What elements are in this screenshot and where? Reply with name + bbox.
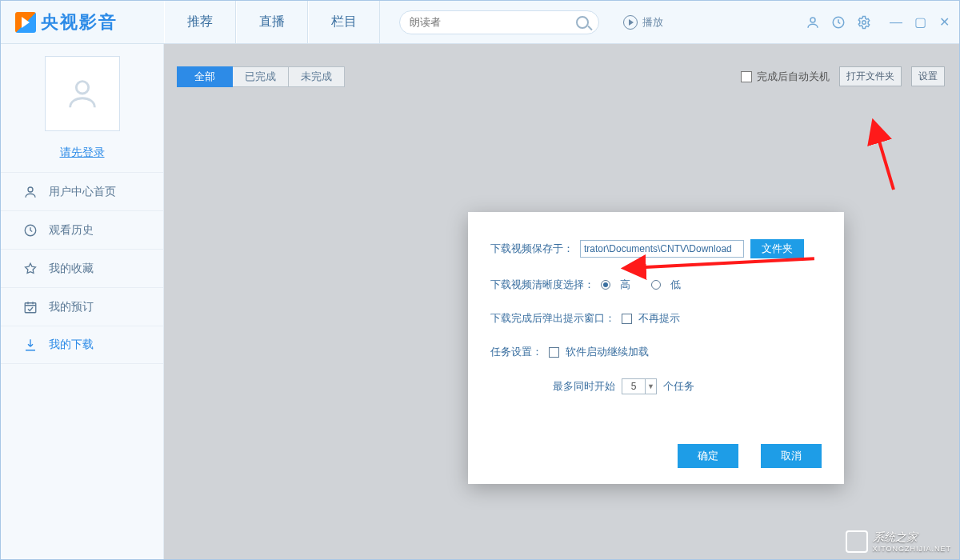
search-box[interactable] — [399, 10, 599, 34]
sidebar-item-label: 我的下载 — [49, 338, 94, 352]
sidebar-item-label: 我的预订 — [49, 300, 94, 314]
tab-column[interactable]: 栏目 — [308, 1, 380, 43]
filter-completed[interactable]: 已完成 — [233, 66, 289, 87]
minimize-button[interactable]: — — [889, 14, 903, 30]
svg-point-4 — [28, 187, 33, 192]
radio-low-label: 低 — [670, 278, 681, 292]
download-icon — [23, 338, 38, 352]
sidebar-item-history[interactable]: 观看历史 — [1, 210, 163, 249]
svg-point-2 — [862, 20, 866, 24]
right-tools: 完成后自动关机 打开文件夹 设置 — [741, 66, 945, 86]
maximize-button[interactable]: ▢ — [913, 14, 927, 30]
cancel-button[interactable]: 取消 — [761, 444, 822, 468]
top-right-tools: — ▢ ✕ — [806, 1, 959, 43]
play-label: 播放 — [642, 15, 663, 30]
max-label-post: 个任务 — [663, 379, 694, 394]
auto-shutdown-label: 完成后自动关机 — [757, 70, 830, 84]
calendar-check-icon — [23, 300, 38, 314]
max-label-pre: 最多同时开始 — [553, 379, 615, 394]
sidebar-item-label: 观看历史 — [49, 223, 94, 238]
popup-option-label: 不再提示 — [638, 311, 680, 326]
history-top-icon[interactable] — [831, 15, 846, 30]
quality-label: 下载视频清晰度选择： — [490, 278, 594, 292]
top-tabs: 推荐 直播 栏目 — [164, 1, 380, 43]
svg-rect-6 — [25, 302, 36, 312]
save-path-label: 下载视频保存于： — [490, 242, 574, 256]
search-icon[interactable] — [576, 16, 589, 29]
tab-live[interactable]: 直播 — [236, 1, 308, 43]
window-controls: — ▢ ✕ — [889, 14, 951, 30]
row-quality: 下载视频清晰度选择： 高 低 — [490, 278, 822, 292]
main-panel: 全部 已完成 未完成 完成后自动关机 打开文件夹 设置 • • • • 哦 ！ … — [164, 44, 959, 559]
login-link[interactable]: 请先登录 — [60, 146, 105, 160]
annotation-arrow-icon — [870, 126, 902, 200]
app-body: 请先登录 用户中心首页 观看历史 我的收藏 我的预订 我的下载 — [1, 44, 959, 559]
ok-button[interactable]: 确定 — [678, 444, 738, 468]
max-concurrent-select[interactable]: ▼ — [622, 378, 657, 394]
save-path-input[interactable] — [580, 240, 744, 258]
watermark-logo-icon — [846, 530, 868, 553]
sidebar-item-label: 我的收藏 — [49, 262, 94, 276]
dialog-actions: 确定 取消 — [490, 444, 822, 468]
brand: 央视影音 — [1, 1, 164, 43]
sidebar-item-home[interactable]: 用户中心首页 — [1, 172, 163, 210]
brand-name: 央视影音 — [41, 10, 118, 34]
popup-label: 下载完成后弹出提示窗口： — [490, 311, 615, 326]
checkbox-icon — [741, 71, 752, 82]
svg-point-3 — [76, 82, 88, 94]
avatar-placeholder-icon — [64, 75, 101, 112]
avatar-box: 请先登录 — [1, 44, 163, 172]
app-window: 央视影音 推荐 直播 栏目 播放 — ▢ ✕ — [0, 0, 960, 560]
checkbox-no-popup[interactable] — [622, 314, 632, 324]
task-label: 任务设置： — [490, 345, 542, 359]
svg-point-0 — [810, 18, 815, 22]
play-button[interactable]: 播放 — [623, 1, 663, 43]
search-input[interactable] — [410, 16, 576, 28]
user-icon[interactable] — [806, 15, 820, 30]
avatar[interactable] — [45, 56, 120, 131]
row-popup: 下载完成后弹出提示窗口： 不再提示 — [490, 311, 822, 326]
radio-low[interactable] — [651, 280, 661, 290]
filter-all[interactable]: 全部 — [177, 66, 233, 87]
chevron-down-icon[interactable]: ▼ — [645, 379, 656, 394]
filter-tabs: 全部 已完成 未完成 — [177, 66, 345, 87]
top-bar: 央视影音 推荐 直播 栏目 播放 — ▢ ✕ — [1, 1, 959, 44]
task-option-label: 软件启动继续加载 — [566, 345, 649, 359]
filter-pending[interactable]: 未完成 — [289, 66, 345, 87]
choose-folder-button[interactable]: 文件夹 — [750, 239, 804, 258]
svg-line-7 — [876, 130, 894, 190]
open-folder-button[interactable]: 打开文件夹 — [839, 66, 902, 86]
play-icon — [623, 15, 638, 30]
gear-icon[interactable] — [857, 15, 871, 30]
row-task: 任务设置： 软件启动继续加载 — [490, 345, 822, 359]
watermark-title: 系统之家 — [873, 530, 918, 543]
watermark: 系统之家 XITONGZHIJIA.NET — [846, 530, 951, 553]
auto-shutdown-checkbox[interactable]: 完成后自动关机 — [741, 70, 830, 84]
star-icon — [23, 262, 38, 276]
sidebar-item-label: 用户中心首页 — [49, 185, 116, 199]
brand-logo-icon — [15, 12, 36, 33]
watermark-sub: XITONGZHIJIA.NET — [873, 545, 951, 553]
sidebar-item-reservations[interactable]: 我的预订 — [1, 287, 163, 326]
user-icon — [23, 185, 38, 199]
tab-recommend[interactable]: 推荐 — [164, 1, 236, 43]
sidebar-item-favorites[interactable]: 我的收藏 — [1, 249, 163, 287]
max-concurrent-value[interactable] — [622, 379, 645, 394]
radio-high-label: 高 — [620, 278, 630, 292]
download-settings-dialog: 下载视频保存于： 文件夹 下载视频清晰度选择： 高 低 下载完成后弹出提示窗口：… — [468, 212, 844, 484]
row-max-concurrent: 最多同时开始 ▼ 个任务 — [490, 378, 822, 394]
checkbox-resume-on-start[interactable] — [549, 347, 559, 358]
radio-high[interactable] — [601, 280, 610, 290]
history-icon — [23, 223, 38, 238]
row-save-path: 下载视频保存于： 文件夹 — [490, 239, 822, 258]
sidebar-item-downloads[interactable]: 我的下载 — [1, 326, 163, 364]
sidebar: 请先登录 用户中心首页 观看历史 我的收藏 我的预订 我的下载 — [1, 44, 164, 559]
close-button[interactable]: ✕ — [937, 14, 951, 30]
settings-button[interactable]: 设置 — [911, 66, 945, 86]
